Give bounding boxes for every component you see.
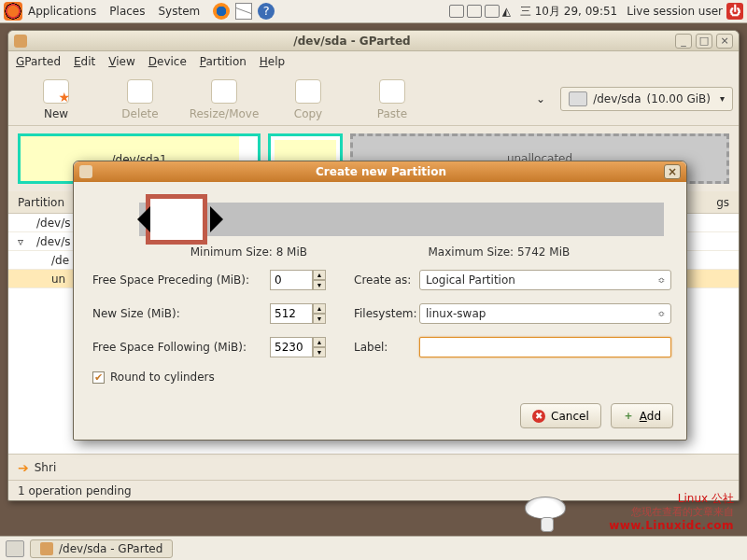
- maximize-button[interactable]: □: [696, 34, 712, 49]
- task-label: /dev/sda - GParted: [59, 542, 162, 555]
- tray-icon[interactable]: [467, 5, 482, 18]
- tray-icon[interactable]: [485, 5, 500, 18]
- disk-icon: [569, 91, 587, 106]
- slider-block[interactable]: [150, 199, 203, 240]
- ubuntu-logo-icon[interactable]: [4, 2, 22, 21]
- add-icon: ＋: [623, 408, 634, 424]
- watermark-url: www.Linuxidc.com: [609, 519, 734, 534]
- close-button[interactable]: ×: [716, 34, 733, 49]
- window-title: /dev/sda - GParted: [33, 35, 671, 48]
- create-partition-dialog: Create new Partition × Minimum Size: 8 M…: [73, 161, 687, 441]
- new-icon: [43, 79, 69, 104]
- dialog-close-button[interactable]: ×: [664, 164, 681, 179]
- free-following-input[interactable]: ▲▼: [270, 337, 335, 357]
- resize-button: Resize/Move: [182, 77, 266, 120]
- spin-down-icon[interactable]: ▼: [313, 314, 326, 324]
- maximum-size-label: Maximum Size: 5742 MiB: [429, 245, 571, 259]
- clock[interactable]: 三 10月 29, 09:51: [520, 4, 617, 20]
- new-button[interactable]: New: [14, 77, 98, 120]
- cancel-icon: ✖: [532, 410, 545, 423]
- toolbar: New Delete Resize/Move Copy Paste ⌄ /dev…: [8, 72, 739, 126]
- system-menu[interactable]: System: [158, 5, 200, 18]
- resize-icon: [211, 79, 237, 104]
- watermark-logo-icon: [525, 497, 570, 534]
- gnome-bottom-panel: /dev/sda - GParted: [0, 536, 747, 560]
- menu-edit[interactable]: EditEdit: [74, 55, 95, 68]
- spin-down-icon[interactable]: ▼: [313, 347, 326, 357]
- device-selector[interactable]: /dev/sda (10.00 GiB) ▾: [560, 87, 733, 111]
- firefox-icon[interactable]: [213, 3, 230, 20]
- paste-button: Paste: [350, 77, 434, 120]
- create-as-label: Create as:: [335, 273, 419, 287]
- copy-icon: [295, 79, 321, 104]
- label-label: Label:: [335, 341, 419, 354]
- menu-view[interactable]: ViewView: [108, 55, 134, 68]
- mail-icon[interactable]: [235, 3, 252, 20]
- chevron-updown-icon: ≎: [657, 309, 665, 318]
- dialog-title: Create new Partition: [98, 165, 664, 178]
- spin-up-icon[interactable]: ▲: [313, 270, 326, 280]
- taskbar-item-gparted[interactable]: /dev/sda - GParted: [30, 539, 173, 558]
- operations-pane: ➔ Shri: [8, 454, 739, 480]
- filesystem-combo[interactable]: linux-swap ≎: [419, 303, 671, 324]
- power-icon[interactable]: ⏻: [726, 3, 743, 20]
- slider-handle-left[interactable]: [137, 206, 150, 232]
- add-button[interactable]: ＋ AddAdd: [611, 403, 673, 428]
- dialog-icon: [79, 165, 92, 178]
- new-size-input[interactable]: ▲▼: [270, 303, 335, 324]
- device-path: /dev/sda: [593, 92, 641, 105]
- places-menu[interactable]: Places: [109, 5, 145, 18]
- round-cylinders-checkbox[interactable]: ✔: [92, 371, 105, 384]
- filesystem-label: Filesystem:: [335, 307, 419, 320]
- spin-down-icon[interactable]: ▼: [313, 280, 326, 290]
- free-following-field[interactable]: [270, 337, 313, 357]
- minimize-button[interactable]: _: [675, 34, 692, 49]
- chevron-down-icon: ▾: [720, 93, 725, 104]
- menu-partition[interactable]: PartitionPartition: [200, 55, 247, 68]
- spin-up-icon[interactable]: ▲: [313, 303, 326, 314]
- statusbar: 1 operation pending: [8, 480, 739, 500]
- free-following-label: Free Space Following (MiB):: [92, 341, 270, 354]
- round-cylinders-label: Round to cylinders: [110, 371, 215, 384]
- cancel-button[interactable]: ✖ Cancel: [520, 403, 601, 428]
- app-icon: [14, 35, 27, 48]
- gnome-top-panel: Applications Places System ? ◭ 三 10月 29,…: [0, 0, 747, 23]
- pending-op-icon: ➔: [18, 460, 29, 475]
- app-icon: [40, 542, 53, 555]
- spin-up-icon[interactable]: ▲: [313, 337, 326, 347]
- col-flags-suffix: gs: [716, 196, 729, 209]
- device-size: (10.00 GiB): [647, 92, 711, 105]
- applications-menu[interactable]: Applications: [28, 5, 96, 18]
- slider-handle-right[interactable]: [210, 206, 223, 232]
- free-preceding-input[interactable]: ▲▼: [270, 270, 335, 290]
- create-as-value: Logical Partition: [426, 273, 515, 287]
- size-slider[interactable]: [139, 195, 664, 238]
- menu-gparted[interactable]: GGPartedParted: [16, 55, 61, 68]
- copy-button: Copy: [266, 77, 350, 120]
- menu-device[interactable]: DeviceDevice: [148, 55, 187, 68]
- volume-icon[interactable]: ◭: [502, 5, 511, 18]
- free-preceding-field[interactable]: [270, 270, 313, 290]
- watermark-sub: 您现在查看的文章来自: [609, 506, 734, 519]
- help-icon[interactable]: ?: [258, 3, 275, 20]
- status-text: 1 operation pending: [18, 484, 132, 497]
- label-input[interactable]: [419, 337, 671, 357]
- user-menu[interactable]: Live session user: [627, 5, 723, 18]
- dialog-titlebar[interactable]: Create new Partition ×: [74, 161, 686, 182]
- window-titlebar[interactable]: /dev/sda - GParted _ □ ×: [8, 31, 739, 51]
- show-desktop-button[interactable]: [6, 540, 24, 557]
- paste-icon: [379, 79, 405, 104]
- minimum-size-label: Minimum Size: 8 MiB: [190, 245, 307, 259]
- undo-chevron-icon[interactable]: ⌄: [536, 92, 545, 105]
- delete-button: Delete: [98, 77, 182, 120]
- filesystem-value: linux-swap: [426, 307, 486, 320]
- free-preceding-label: Free Space Preceding (MiB):: [92, 273, 270, 287]
- pending-op-text: Shri: [35, 461, 57, 474]
- create-as-combo[interactable]: Logical Partition ≎: [419, 270, 671, 290]
- chevron-updown-icon: ≎: [657, 275, 665, 285]
- new-size-label: New Size (MiB):: [92, 307, 270, 320]
- menu-help[interactable]: HelpHelp: [260, 55, 285, 68]
- new-size-field[interactable]: [270, 303, 313, 324]
- tray-icon[interactable]: [449, 5, 464, 18]
- delete-icon: [127, 79, 153, 104]
